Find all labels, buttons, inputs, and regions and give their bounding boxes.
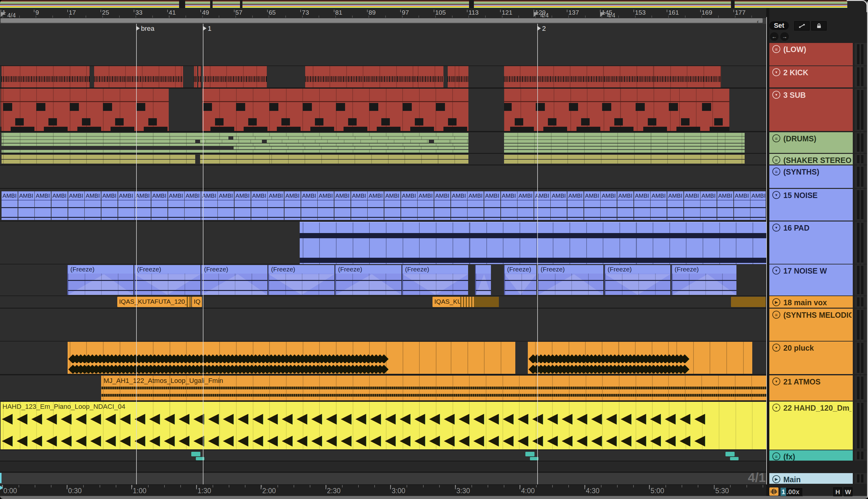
clip-mini-lane[interactable] (504, 136, 745, 139)
clip-ambi[interactable]: AMBI (551, 191, 567, 220)
track-header-21-atmos[interactable]: ▼21 ATMOS (769, 375, 853, 401)
zoom-width-button[interactable]: W (844, 487, 853, 496)
clip-ambi[interactable]: AMBI (401, 191, 417, 220)
clip-mini-lane[interactable] (434, 140, 468, 143)
group-fold-icon[interactable]: ≡ (772, 134, 780, 142)
fold-arrow-icon[interactable]: ▼ (772, 68, 780, 76)
clip-ambi[interactable]: AMBI (284, 191, 301, 220)
group-fold-icon[interactable]: ≡ (772, 452, 780, 460)
clip-ambi[interactable]: AMBI (567, 191, 584, 220)
clip-mini-lane[interactable] (1, 155, 195, 159)
clip-ambi[interactable]: AMBI (185, 191, 201, 220)
play-icon[interactable]: ▶ (772, 475, 780, 483)
clip-ambi[interactable]: AMBI (201, 191, 218, 220)
clip-hahd[interactable]: HAHD_123_Em_Piano_Loop_NDACI_04◀◀◀◀◀◀◀◀◀… (1, 402, 766, 449)
clip-mini-lane[interactable] (1, 160, 195, 163)
fold-arrow-icon[interactable]: ▼ (772, 223, 780, 232)
clip-ambi[interactable]: AMBI (617, 191, 633, 220)
clip-ambi[interactable]: AMBI (334, 191, 350, 220)
clip-ambi[interactable]: AMBI (634, 191, 650, 220)
clip-ambi[interactable]: AMBI (734, 191, 750, 220)
clip-ambi[interactable]: AMBI (68, 191, 84, 220)
main-lane-lane[interactable] (0, 472, 766, 484)
clip-ambi[interactable]: AMBI (600, 191, 617, 220)
clip-ambi[interactable]: AMBI (301, 191, 317, 220)
clip-ambi[interactable]: AMBI (135, 191, 151, 220)
clip-kick[interactable] (1, 66, 89, 87)
clip-kick[interactable] (203, 66, 267, 87)
clip-freeze[interactable]: (Freeze) (67, 265, 133, 295)
fx-lane[interactable] (0, 450, 766, 461)
clip-ambi[interactable]: AMBI (251, 191, 268, 220)
track-header-2-kick[interactable]: ▼2 KICK (769, 66, 853, 87)
clip-ambi[interactable]: AMBI (168, 191, 184, 220)
fold-arrow-icon[interactable]: ▼ (772, 344, 780, 352)
clip-kick[interactable] (198, 66, 201, 87)
clip-ambi[interactable]: AMBI (518, 191, 534, 220)
clip-ambi[interactable]: AMBI (1, 191, 18, 220)
low-lane-lane[interactable] (0, 33, 766, 65)
group-fold-icon[interactable]: ≡ (772, 168, 780, 175)
zoom-height-button[interactable]: H (833, 487, 842, 496)
clip-ambi[interactable]: AMBI (51, 191, 67, 220)
clip-fx[interactable] (191, 452, 200, 457)
track-header--fx-[interactable]: ≡(fx) (769, 450, 853, 461)
clip-sub[interactable] (202, 89, 468, 131)
track-header--synths-[interactable]: ≡(SYNTHS) (769, 166, 853, 188)
track-header-15-noise[interactable]: ▼15 NOISE (769, 189, 853, 221)
zoom-level-control[interactable]: 1 .00x (780, 487, 803, 496)
clip-ambi[interactable]: AMBI (684, 191, 700, 220)
clip-ambi[interactable]: AMBI (85, 191, 101, 220)
gap-lane-lane[interactable] (0, 462, 766, 472)
clip-mini-lane[interactable] (504, 144, 745, 146)
clip-freeze[interactable]: (Freeze) (201, 265, 268, 295)
clip-ambi[interactable]: AMBI (700, 191, 717, 220)
clip-freeze[interactable]: (Freeze) (537, 265, 603, 295)
vox-lane[interactable] (0, 296, 766, 308)
track-header--synths-melodicos-[interactable]: ≡(SYNTHS MELODICOS) (769, 308, 853, 341)
clip-ambi[interactable]: AMBI (751, 191, 766, 220)
clip-ambi[interactable]: AMBI (268, 191, 284, 220)
set-locator-button[interactable]: Set (769, 21, 789, 30)
group-fold-icon[interactable]: ≡ (772, 156, 780, 164)
clip-vox[interactable]: IQAS_KU (433, 297, 499, 307)
clip-ambi[interactable]: AMBI (667, 191, 683, 220)
clip-ambi[interactable]: AMBI (650, 191, 667, 220)
clip-kick[interactable] (94, 66, 183, 87)
clip-pluck[interactable]: ◆◆◆◆◆◆◆◆◆◆◆◆◆◆◆◆◆◆◆◆◆◆◆◆◆◆◆◆◆◆◆◆◆◆◆◆◆◆◆◆… (528, 342, 752, 374)
draw-mode-button[interactable] (794, 21, 809, 31)
track-header--low-[interactable]: ≡(LOW) (769, 43, 853, 65)
clip-kick[interactable] (504, 66, 721, 87)
fold-arrow-icon[interactable]: ▼ (772, 191, 780, 199)
time-ruler[interactable]: 0:000:301:001:302:002:303:003:304:004:30… (0, 484, 766, 497)
clip-mini-lane[interactable] (200, 160, 468, 163)
clip-fx[interactable] (730, 457, 739, 460)
clip-mini-lane[interactable] (200, 155, 468, 159)
clip-mini-lane[interactable] (504, 133, 745, 136)
track-header-3-sub[interactable]: ▼3 SUB (769, 89, 853, 131)
track-header-20-pluck[interactable]: ▼20 pluck (769, 341, 853, 374)
clip-mini-lane[interactable] (504, 160, 745, 163)
clip-freeze[interactable]: (Freeze) (335, 265, 401, 295)
clip-atmos[interactable]: MJ_AH1_122_Atmos_Loop_Ugali_Fmin (101, 376, 766, 400)
clip-mini-lane[interactable] (233, 136, 468, 139)
clip-ambi[interactable]: AMBI (434, 191, 450, 220)
melodicos-lane-lane[interactable] (0, 308, 766, 341)
clip-vox[interactable]: IQ (192, 297, 202, 307)
clip-sub[interactable] (1, 89, 169, 131)
clip-freeze[interactable]: (Freeze) (504, 265, 536, 295)
clip-ambi[interactable]: AMBI (318, 191, 334, 220)
clip-fx[interactable] (525, 452, 534, 457)
clip-ambi[interactable]: AMBI (384, 191, 400, 220)
clip-mini-lane[interactable] (267, 140, 429, 143)
clip-ambi[interactable]: AMBI (218, 191, 234, 220)
clip-mini-lane[interactable] (200, 140, 262, 143)
audio-zoom-button[interactable] (769, 487, 779, 496)
clip-mini-lane[interactable] (504, 140, 745, 143)
clip-freeze[interactable]: (Freeze) (672, 265, 736, 295)
track-header-17-noise-w[interactable]: ▼17 NOISE W (769, 265, 853, 295)
clip-freeze[interactable]: (Freeze) (402, 265, 468, 295)
lock-envelopes-button[interactable] (811, 21, 827, 31)
clip-mini-lane[interactable] (1, 136, 228, 139)
clip-ambi[interactable]: AMBI (584, 191, 600, 220)
